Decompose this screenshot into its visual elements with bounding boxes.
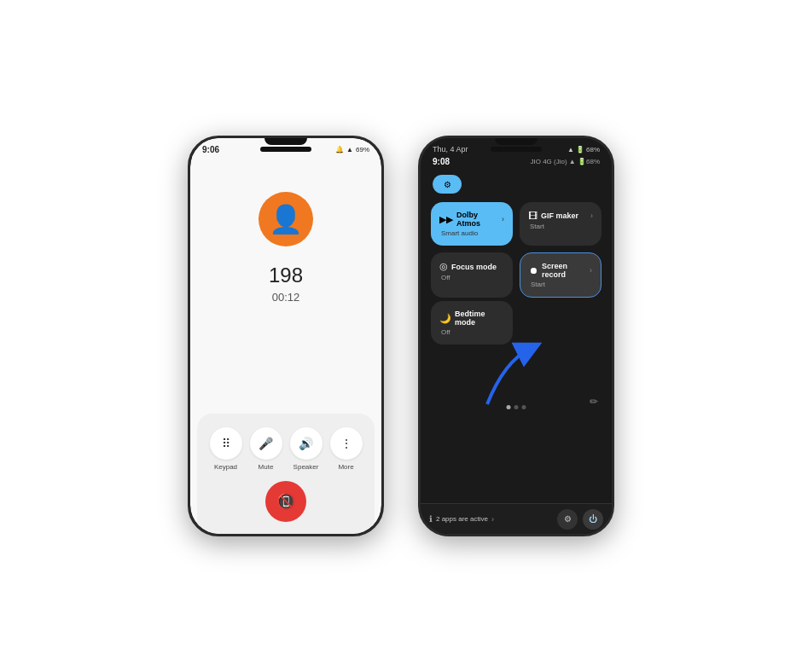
battery-icon: 69% [356, 146, 369, 154]
dolby-atmos-tile[interactable]: ▶▶ Dolby Atmos › Smart audio [431, 202, 513, 246]
power-button [382, 206, 384, 240]
volume-down-button-2 [418, 230, 420, 264]
focus-icon: ◎ [439, 261, 448, 272]
dolby-sub: Smart audio [441, 229, 504, 237]
bottom-actions: ⚙ ⏻ [557, 509, 603, 530]
screen-record-tile[interactable]: ⏺ Screen record › Start [520, 252, 602, 298]
qs-battery-icon: 🔋 [576, 146, 584, 154]
volume-up-button [188, 198, 189, 222]
phone-2: Thu, 4 Apr ▲ 🔋 68% 9:08 JIO 4G (Jio) ▲ 🔋… [418, 136, 614, 536]
power-button-2 [613, 206, 614, 240]
end-call-icon: 📵 [276, 492, 295, 511]
call-content: 👤 198 00:12 [190, 158, 381, 304]
gif-chevron: › [590, 211, 593, 220]
more-icon: ⋮ [330, 427, 363, 460]
bedtime-title: Bedtime mode [455, 310, 504, 327]
focus-mode-tile[interactable]: ◎ Focus mode Off [431, 252, 513, 298]
keypad-icon: ⠿ [210, 427, 242, 460]
apps-active-text: 2 apps are active [436, 515, 488, 523]
more-button[interactable]: ⋮ More [330, 427, 363, 471]
call-actions-area: ⠿ Keypad 🎤 Mute 🔊 Speaker ⋮ More [197, 414, 375, 534]
person-icon: 👤 [269, 203, 303, 235]
call-time: 9:06 [202, 145, 219, 154]
screen-record-title: Screen record [542, 262, 590, 279]
power-icon: ⏻ [589, 514, 597, 524]
volume-up-button-2 [418, 198, 420, 222]
keypad-button[interactable]: ⠿ Keypad [210, 427, 242, 471]
power-bottom-button[interactable]: ⏻ [583, 509, 603, 530]
call-buttons: ⠿ Keypad 🎤 Mute 🔊 Speaker ⋮ More [206, 427, 366, 471]
mute-icon: 🎤 [250, 427, 282, 460]
info-circle-icon: ℹ [429, 514, 433, 524]
pagination-dots [507, 405, 526, 409]
dot-1 [507, 405, 511, 409]
qs-screen: Thu, 4 Apr ▲ 🔋 68% 9:08 JIO 4G (Jio) ▲ 🔋… [421, 138, 612, 534]
dolby-icon: ▶▶ [439, 214, 453, 225]
notch-1 [264, 138, 307, 145]
settings-bottom-button[interactable]: ⚙ [557, 509, 578, 530]
qs-battery-pct: 68% [586, 146, 600, 154]
bedtime-icon: 🌙 [439, 313, 451, 324]
bell-icon: 🔔 [335, 146, 344, 154]
screen-record-icon: ⏺ [529, 265, 538, 275]
apps-active-info[interactable]: ℹ 2 apps are active › [429, 514, 552, 524]
dot-3 [522, 405, 526, 409]
notch-2 [495, 138, 538, 145]
qs-date: Thu, 4 Apr [433, 145, 468, 154]
screen-record-chevron: › [590, 266, 592, 275]
call-timer: 00:12 [272, 291, 300, 304]
edit-icon[interactable]: ✏ [590, 396, 598, 408]
dolby-chevron: › [502, 215, 504, 223]
bedtime-sub: Off [441, 328, 504, 336]
qs-settings-row: ⚙ [421, 170, 612, 199]
qs-bottom-bar: ℹ 2 apps are active › ⚙ ⏻ [421, 503, 612, 534]
qs-tiles-grid: ▶▶ Dolby Atmos › Smart audio 🎞 GIF maker [421, 199, 612, 301]
end-call-button[interactable]: 📵 [265, 481, 306, 522]
qs-status-icons: ▲ 🔋 68% [567, 146, 600, 154]
caller-avatar: 👤 [259, 192, 313, 246]
arrow-area: ✏ [421, 345, 612, 413]
qs-settings-toggle[interactable]: ⚙ [433, 175, 462, 194]
dot-2 [514, 405, 519, 409]
gif-icon: 🎞 [528, 211, 538, 221]
settings-gear-icon: ⚙ [444, 180, 451, 189]
qs-carrier: JIO 4G (Jio) ▲ 🔋68% [531, 158, 601, 165]
apps-active-chevron: › [491, 515, 494, 524]
settings-icon: ⚙ [564, 514, 572, 524]
caller-number: 198 [269, 264, 303, 287]
gif-maker-tile[interactable]: 🎞 GIF maker › Start [520, 202, 602, 246]
mute-label: Mute [259, 463, 274, 471]
speaker-label: Speaker [293, 463, 319, 471]
qs-time: 9:08 [433, 157, 450, 166]
signal-icon: ▲ [346, 146, 353, 154]
gif-title: GIF maker [541, 211, 578, 220]
keypad-label: Keypad [214, 463, 237, 471]
speaker-button[interactable]: 🔊 Speaker [290, 427, 323, 471]
speaker-icon: 🔊 [290, 427, 323, 460]
focus-title: Focus mode [451, 263, 497, 271]
screen-record-sub: Start [531, 281, 592, 288]
phone-1: 9:06 🔔 ▲ 69% 👤 198 00:12 [188, 136, 384, 536]
blue-arrow [436, 336, 547, 413]
volume-down-button [188, 230, 189, 264]
call-status-icons: 🔔 ▲ 69% [335, 146, 369, 154]
mute-button[interactable]: 🎤 Mute [250, 427, 282, 471]
gif-sub: Start [530, 223, 593, 230]
dolby-title: Dolby Atmos [456, 211, 502, 228]
call-screen: 9:06 🔔 ▲ 69% 👤 198 00:12 [190, 138, 381, 534]
focus-sub: Off [441, 274, 504, 281]
qs-signal-icon: ▲ [567, 146, 574, 154]
more-label: More [338, 463, 353, 471]
